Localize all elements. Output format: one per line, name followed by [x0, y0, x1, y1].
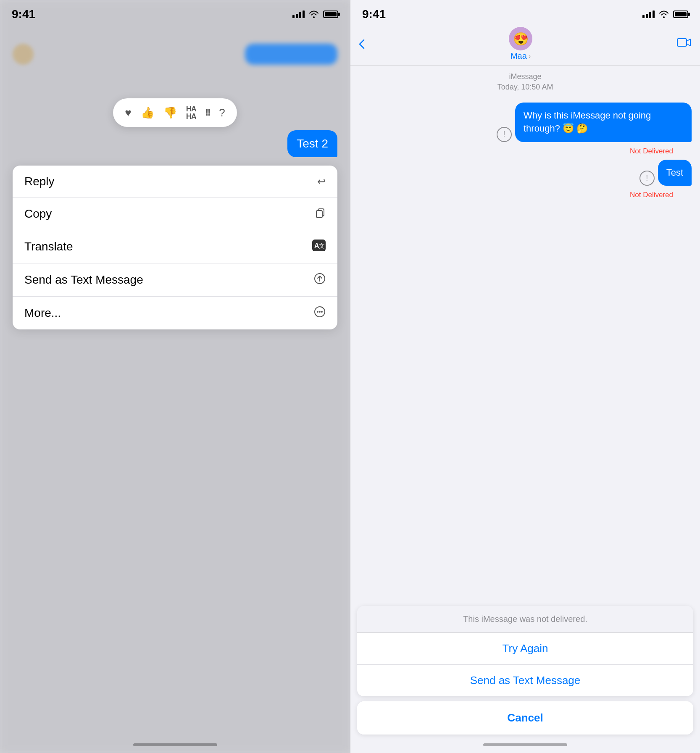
- time-left: 9:41: [12, 8, 35, 21]
- svg-point-9: [321, 311, 323, 313]
- message-bubble-1: Why is this iMessage not going through? …: [515, 103, 692, 142]
- battery-icon-right: [673, 11, 688, 18]
- home-indicator-right: [483, 743, 567, 746]
- send-as-text-button[interactable]: Send as Text Message: [357, 665, 693, 696]
- menu-item-more-label: More...: [24, 306, 61, 320]
- copy-icon: [315, 207, 326, 221]
- svg-rect-10: [677, 39, 687, 46]
- signal-bar-4: [303, 11, 305, 18]
- video-call-button[interactable]: [676, 37, 692, 51]
- message-bubble: Test 2: [287, 130, 337, 157]
- svg-rect-1: [316, 211, 322, 218]
- menu-item-copy-label: Copy: [24, 207, 52, 221]
- menu-item-more[interactable]: More...: [13, 297, 337, 329]
- menu-item-copy[interactable]: Copy: [13, 198, 337, 230]
- reaction-thumbsup[interactable]: 👍: [141, 107, 154, 118]
- contact-name-text: Maa: [511, 51, 527, 61]
- reaction-exclaim[interactable]: !!: [205, 107, 210, 118]
- signal-bar-r2: [646, 14, 648, 18]
- message-bubble-area: Test 2: [0, 127, 350, 157]
- signal-icon: [292, 11, 305, 18]
- contact-avatar: 😍: [509, 27, 532, 50]
- contact-name-row[interactable]: Maa ›: [511, 51, 531, 61]
- left-panel: 9:41 ♥ 👍 👎 HAHA: [0, 0, 350, 753]
- imessage-info: iMessage Today, 10:50 AM: [350, 66, 700, 98]
- blurred-messages: [0, 35, 350, 73]
- status-bar-right: 9:41: [350, 0, 700, 23]
- imessage-label: iMessage: [350, 66, 700, 83]
- reaction-bar: ♥ 👍 👎 HAHA !! ?: [0, 98, 350, 127]
- menu-item-translate[interactable]: Translate A 文: [13, 230, 337, 263]
- chevron-right-icon: ›: [529, 53, 531, 60]
- battery-fill: [325, 12, 337, 16]
- message-text-1: Why is this iMessage not going through? …: [524, 110, 651, 134]
- action-sheet-main-group: This iMessage was not delivered. Try Aga…: [357, 606, 693, 696]
- action-sheet-cancel-group: Cancel: [357, 701, 693, 735]
- status-bar-left: 9:41: [0, 0, 350, 23]
- signal-bar-r1: [642, 15, 645, 18]
- reaction-thumbsdown[interactable]: 👎: [163, 107, 177, 118]
- signal-bar-1: [292, 15, 295, 18]
- signal-bar-3: [299, 12, 301, 18]
- message-row-1: ! Why is this iMessage not going through…: [359, 103, 692, 142]
- blurred-bubble: [245, 44, 337, 65]
- blurred-avatar: [13, 44, 34, 65]
- svg-point-8: [319, 311, 321, 313]
- menu-item-send-as-text-label: Send as Text Message: [24, 273, 143, 287]
- reaction-question[interactable]: ?: [219, 107, 225, 118]
- menu-item-reply[interactable]: Reply ↩: [13, 166, 337, 198]
- signal-bar-2: [296, 14, 298, 18]
- message-row-2: ! Test: [359, 160, 692, 186]
- action-sheet: This iMessage was not delivered. Try Aga…: [350, 606, 700, 753]
- status-icons-left: [292, 11, 338, 18]
- menu-item-send-as-text[interactable]: Send as Text Message: [13, 263, 337, 297]
- message-bubble-2: Test: [658, 160, 692, 186]
- translate-icon: A 文: [312, 240, 326, 254]
- svg-text:文: 文: [319, 242, 325, 249]
- wifi-icon: [309, 11, 319, 18]
- nav-bar: 😍 Maa ›: [350, 23, 700, 66]
- action-sheet-info-text: This iMessage was not delivered.: [357, 606, 693, 633]
- try-again-button[interactable]: Try Again: [357, 633, 693, 665]
- nav-center: 😍 Maa ›: [509, 27, 532, 61]
- right-panel: 9:41 😍: [350, 0, 700, 753]
- imessage-time: Today, 10:50 AM: [350, 83, 700, 98]
- wifi-icon-right: [659, 11, 669, 18]
- reaction-haha[interactable]: HAHA: [186, 105, 196, 120]
- not-delivered-2: Not Delivered: [359, 191, 692, 199]
- more-icon: [314, 306, 326, 320]
- signal-bar-r3: [649, 12, 651, 18]
- home-indicator-left: [133, 743, 217, 746]
- signal-icon-right: [642, 11, 655, 18]
- message-text-2: Test: [666, 167, 683, 178]
- send-as-text-icon: [314, 273, 326, 287]
- reaction-heart[interactable]: ♥: [125, 107, 131, 118]
- reply-icon: ↩: [317, 176, 326, 187]
- time-right: 9:41: [362, 8, 386, 21]
- message-status-icon-1: !: [497, 127, 512, 142]
- context-menu: Reply ↩ Copy Translate A 文 Se: [13, 166, 337, 329]
- message-status-icon-2: !: [639, 171, 655, 186]
- menu-item-reply-label: Reply: [24, 175, 55, 188]
- reaction-pill: ♥ 👍 👎 HAHA !! ?: [113, 98, 237, 127]
- not-delivered-1: Not Delivered: [359, 147, 692, 155]
- back-button[interactable]: [359, 39, 365, 49]
- battery-icon: [323, 11, 338, 18]
- svg-point-7: [317, 311, 318, 313]
- menu-item-translate-label: Translate: [24, 240, 73, 253]
- status-icons-right: [642, 11, 688, 18]
- signal-bar-r4: [653, 11, 655, 18]
- cancel-button[interactable]: Cancel: [357, 701, 693, 735]
- battery-fill-right: [675, 12, 687, 16]
